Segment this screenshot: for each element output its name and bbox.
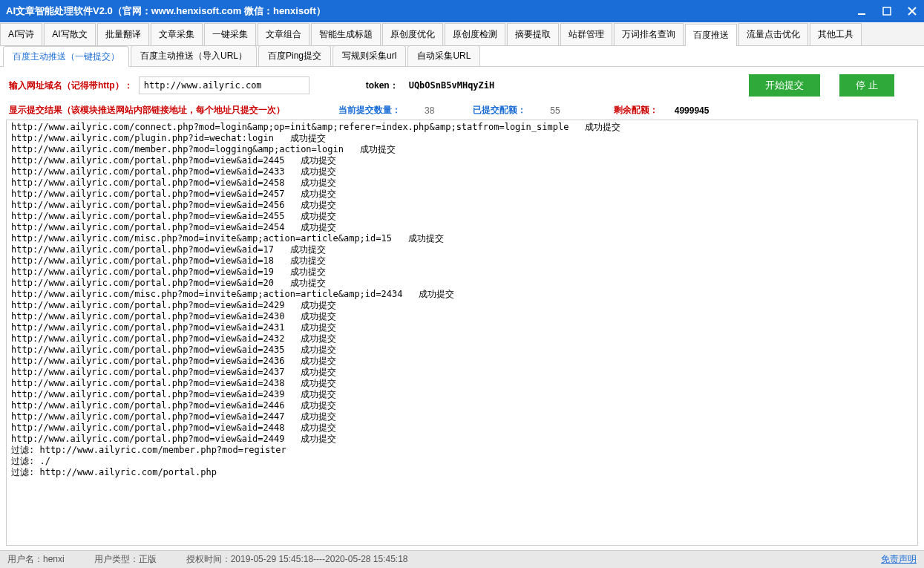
log-line: http://www.ailyric.com/portal.php?mod=vi…: [11, 166, 913, 177]
close-icon[interactable]: [906, 5, 918, 17]
main-tab-0[interactable]: AI写诗: [0, 23, 42, 45]
log-line: 过滤: http://www.ailyric.com/portal.php: [11, 467, 913, 478]
disclaimer-link[interactable]: 免责声明: [881, 553, 917, 566]
sub-tab-1[interactable]: 百度主动推送（导入URL）: [131, 45, 257, 66]
submitted-label: 已提交配额：: [473, 104, 526, 117]
log-line: http://www.ailyric.com/portal.php?mod=vi…: [11, 278, 913, 289]
main-tab-3[interactable]: 文章采集: [151, 23, 203, 45]
log-line: http://www.ailyric.com/portal.php?mod=vi…: [11, 189, 913, 200]
log-line: http://www.ailyric.com/portal.php?mod=vi…: [11, 400, 913, 411]
count-value: 38: [425, 105, 434, 116]
url-label: 输入网址域名（记得带http）：: [9, 79, 133, 92]
user-block: 用户名：henxi: [7, 553, 65, 566]
count-label: 当前提交数量：: [338, 104, 401, 117]
main-tab-13[interactable]: 流量点击优化: [738, 23, 808, 45]
log-line: http://www.ailyric.com/portal.php?mod=vi…: [11, 367, 913, 378]
log-line: http://www.ailyric.com/portal.php?mod=vi…: [11, 378, 913, 389]
log-line: 过滤: ./: [11, 456, 913, 467]
log-line: http://www.ailyric.com/plugin.php?id=wec…: [11, 133, 913, 144]
main-tabs: AI写诗AI写散文批量翻译文章采集一键采集文章组合智能生成标题原创度优化原创度检…: [0, 22, 924, 46]
main-tab-7[interactable]: 原创度优化: [382, 23, 443, 45]
log-line: http://www.ailyric.com/portal.php?mod=vi…: [11, 322, 913, 333]
log-line: http://www.ailyric.com/portal.php?mod=vi…: [11, 155, 913, 166]
log-line: http://www.ailyric.com/portal.php?mod=vi…: [11, 244, 913, 255]
minimize-icon[interactable]: [856, 5, 868, 17]
main-tab-6[interactable]: 智能生成标题: [311, 23, 381, 45]
main-tab-12[interactable]: 百度推送: [685, 24, 737, 46]
main-tab-4[interactable]: 一键采集: [204, 23, 256, 45]
remain-value: 4999945: [675, 105, 710, 116]
log-line: http://www.ailyric.com/portal.php?mod=vi…: [11, 267, 913, 278]
input-row: 输入网址域名（记得带http）： token： 开始提交 停 止: [0, 67, 924, 102]
sub-tab-2[interactable]: 百度Ping提交: [258, 45, 331, 66]
url-input[interactable]: [139, 76, 309, 94]
sub-tabs: 百度主动推送（一键提交）百度主动推送（导入URL）百度Ping提交写规则采集ur…: [0, 46, 924, 67]
log-line: http://www.ailyric.com/portal.php?mod=vi…: [11, 356, 913, 367]
main-tab-1[interactable]: AI写散文: [44, 23, 95, 45]
log-line: http://www.ailyric.com/portal.php?mod=vi…: [11, 333, 913, 345]
log-line: http://www.ailyric.com/portal.php?mod=vi…: [11, 345, 913, 356]
sub-tab-4[interactable]: 自动采集URL: [407, 45, 480, 66]
main-tab-11[interactable]: 万词排名查询: [614, 23, 684, 45]
main-tab-9[interactable]: 摘要提取: [507, 23, 559, 45]
sub-tab-3[interactable]: 写规则采集url: [332, 45, 406, 66]
log-line: http://www.ailyric.com/misc.php?mod=invi…: [11, 289, 913, 300]
remain-label: 剩余配额：: [614, 104, 658, 117]
log-line: http://www.ailyric.com/portal.php?mod=vi…: [11, 389, 913, 400]
log-line: http://www.ailyric.com/connect.php?mod=l…: [11, 122, 913, 133]
submitted-value: 55: [550, 105, 560, 116]
stop-button[interactable]: 停 止: [839, 74, 894, 97]
main-tab-5[interactable]: 文章组合: [258, 23, 309, 45]
log-line: http://www.ailyric.com/portal.php?mod=vi…: [11, 311, 913, 322]
token-label: token：: [366, 79, 399, 92]
window-controls: [856, 5, 918, 17]
log-line: http://www.ailyric.com/portal.php?mod=vi…: [11, 222, 913, 233]
log-line: http://www.ailyric.com/member.php?mod=lo…: [11, 144, 913, 155]
log-line: http://www.ailyric.com/portal.php?mod=vi…: [11, 300, 913, 311]
titlebar: AI文章智能处理软件V2.0（官网：www.henxisoft.com 微信：h…: [0, 0, 924, 22]
status-row: 显示提交结果（该模块推送网站内部链接地址，每个地址只提交一次） 当前提交数量： …: [0, 102, 924, 120]
auth-block: 授权时间：2019-05-29 15:45:18----2020-05-28 1…: [186, 553, 408, 566]
log-line: 过滤: http://www.ailyric.com/member.php?mo…: [11, 445, 913, 456]
user-type-block: 用户类型：正版: [94, 553, 157, 566]
token-value[interactable]: [404, 77, 516, 94]
log-line: http://www.ailyric.com/portal.php?mod=vi…: [11, 177, 913, 189]
maximize-icon[interactable]: [881, 5, 893, 17]
main-tab-10[interactable]: 站群管理: [560, 23, 612, 45]
status-bar: 用户名：henxi 用户类型：正版 授权时间：2019-05-29 15:45:…: [0, 550, 924, 568]
main-tab-14[interactable]: 其他工具: [810, 23, 862, 45]
log-line: http://www.ailyric.com/portal.php?mod=vi…: [11, 411, 913, 422]
log-line: http://www.ailyric.com/misc.php?mod=invi…: [11, 233, 913, 244]
log-output[interactable]: http://www.ailyric.com/connect.php?mod=l…: [6, 120, 918, 546]
main-tab-8[interactable]: 原创度检测: [445, 23, 505, 45]
log-line: http://www.ailyric.com/portal.php?mod=vi…: [11, 434, 913, 445]
log-line: http://www.ailyric.com/portal.php?mod=vi…: [11, 255, 913, 267]
window-title: AI文章智能处理软件V2.0（官网：www.henxisoft.com 微信：h…: [6, 4, 856, 18]
log-line: http://www.ailyric.com/portal.php?mod=vi…: [11, 422, 913, 434]
result-label: 显示提交结果（该模块推送网站内部链接地址，每个地址只提交一次）: [9, 104, 285, 117]
log-line: http://www.ailyric.com/portal.php?mod=vi…: [11, 200, 913, 211]
main-tab-2[interactable]: 批量翻译: [97, 23, 149, 45]
sub-tab-0[interactable]: 百度主动推送（一键提交）: [3, 46, 129, 67]
svg-rect-1: [883, 7, 891, 15]
log-line: http://www.ailyric.com/portal.php?mod=vi…: [11, 211, 913, 222]
start-button[interactable]: 开始提交: [749, 74, 820, 97]
